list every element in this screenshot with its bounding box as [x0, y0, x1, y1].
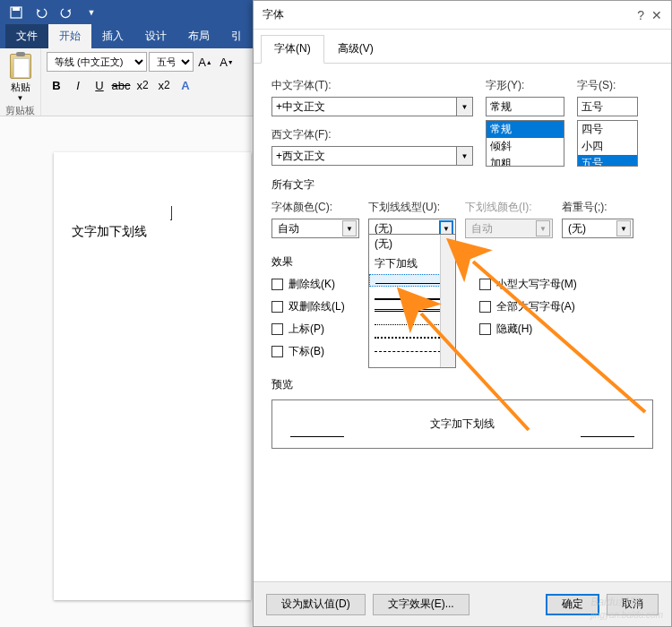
size-input[interactable]	[577, 97, 638, 116]
qat-more-icon[interactable]: ▼	[79, 2, 104, 23]
font-color-select[interactable]: 自动 ▼	[271, 219, 359, 238]
emphasis-select[interactable]: (无) ▼	[562, 219, 633, 238]
document-page[interactable]: 文字加下划线	[54, 152, 251, 600]
help-button[interactable]: ?	[637, 8, 644, 22]
cn-font-combo[interactable]: ▼	[271, 97, 473, 116]
font-color-value: 自动	[278, 221, 299, 236]
cn-font-dropdown-button[interactable]: ▼	[457, 97, 473, 116]
underline-option-dotted[interactable]	[375, 314, 450, 325]
tab-insert[interactable]: 插入	[91, 24, 134, 48]
document-text: 文字加下划线	[72, 224, 233, 240]
checkbox-superscript[interactable]: 上标(P)	[271, 322, 345, 337]
size-label: 字号(S):	[577, 78, 638, 93]
save-icon[interactable]	[4, 2, 29, 23]
bold-button[interactable]: B	[47, 75, 66, 95]
chevron-down-icon: ▼	[616, 220, 631, 236]
emphasis-label: 着重号(;):	[562, 200, 633, 215]
set-default-button[interactable]: 设为默认值(D)	[266, 594, 366, 615]
style-option-italic[interactable]: 倾斜	[487, 138, 564, 155]
en-font-combo[interactable]: ▼	[271, 146, 473, 166]
dialog-tab-font[interactable]: 字体(N)	[261, 35, 324, 64]
preview-box: 文字加下划线	[271, 399, 653, 449]
dialog-titlebar: 字体 ? ✕	[254, 1, 671, 30]
size-option-2[interactable]: 五号	[578, 155, 637, 167]
document-area: 文字加下划线	[0, 116, 251, 627]
all-text-label: 所有文字	[271, 177, 653, 193]
font-size-select[interactable]: 五号	[149, 52, 194, 72]
dialog-tabs: 字体(N) 高级(V)	[254, 30, 671, 64]
effects-label: 效果	[271, 254, 653, 270]
tab-file[interactable]: 文件	[5, 24, 48, 48]
underline-color-value: 自动	[471, 221, 493, 236]
en-font-dropdown-button[interactable]: ▼	[457, 146, 473, 166]
dialog-body: 中文字体(T): ▼ 西文字体(F): ▼ 字形(Y): 常规 倾斜 加粗	[254, 64, 671, 463]
checkbox-subscript[interactable]: 下标(B)	[271, 344, 345, 359]
superscript-button[interactable]: x2	[154, 75, 174, 95]
chevron-down-icon: ▼	[536, 220, 550, 236]
preview-text: 文字加下划线	[430, 417, 495, 432]
shrink-font-button[interactable]: A▼	[217, 52, 237, 72]
underline-option-dashed[interactable]	[375, 341, 450, 352]
cn-font-label: 中文字体(T):	[271, 78, 473, 93]
size-option-1[interactable]: 小四	[578, 138, 637, 155]
underline-dropdown[interactable]: (无) 字下加线	[368, 234, 456, 368]
text-effects-button[interactable]: 文字效果(E)...	[373, 594, 470, 615]
subscript-button[interactable]: x2	[133, 75, 152, 95]
strikethrough-button[interactable]: abc	[111, 75, 131, 95]
checkbox-smallcaps[interactable]: 小型大写字母(M)	[479, 277, 577, 292]
svg-rect-1	[13, 7, 20, 11]
checkbox-strikethrough[interactable]: 删除线(K)	[271, 277, 345, 292]
style-option-regular[interactable]: 常规	[487, 121, 564, 138]
close-button[interactable]: ✕	[651, 8, 662, 22]
ribbon-group-clipboard: 粘贴 ▼ 剪贴板	[0, 48, 41, 116]
paste-label: 粘贴	[11, 81, 30, 94]
dialog-title: 字体	[263, 7, 284, 22]
en-font-input[interactable]	[271, 146, 457, 166]
underline-style-label: 下划线线型(U):	[368, 200, 456, 215]
chevron-down-icon: ▼	[342, 220, 357, 236]
tab-design[interactable]: 设计	[134, 24, 177, 48]
font-dialog: 字体 ? ✕ 字体(N) 高级(V) 中文字体(T): ▼ 西文字体(F): ▼	[253, 0, 672, 627]
effects-column-left: 删除线(K) 双删除线(L) 上标(P) 下标(B)	[271, 277, 345, 366]
size-option-0[interactable]: 四号	[578, 121, 637, 138]
grow-font-button[interactable]: A▲	[195, 52, 215, 72]
underline-color-label: 下划线颜色(I):	[465, 200, 553, 215]
redo-icon[interactable]	[54, 2, 79, 23]
style-option-bold[interactable]: 加粗	[487, 155, 564, 167]
tab-home[interactable]: 开始	[48, 24, 91, 48]
effects-column-right: 小型大写字母(M) 全部大写字母(A) 隐藏(H)	[479, 277, 577, 366]
clipboard-icon	[10, 54, 31, 79]
style-label: 字形(Y):	[486, 78, 564, 93]
watermark: Baidu经验 jingyan.baidu.com	[590, 591, 663, 620]
checkbox-allcaps[interactable]: 全部大写字母(A)	[479, 299, 577, 314]
font-color-label: 字体颜色(C):	[271, 200, 359, 215]
font-name-select[interactable]: 等线 (中文正文)	[47, 52, 147, 72]
italic-button[interactable]: I	[68, 75, 88, 95]
dropdown-scrollbar[interactable]	[440, 235, 455, 367]
en-font-label: 西文字体(F):	[271, 127, 473, 142]
checkbox-double-strikethrough[interactable]: 双删除线(L)	[271, 299, 345, 314]
underline-option-dotted-thick[interactable]	[375, 328, 450, 339]
underline-option-thick[interactable]	[375, 289, 450, 300]
tab-references[interactable]: 引	[220, 24, 253, 48]
preview-label: 预览	[271, 377, 653, 392]
emphasis-value: (无)	[568, 221, 586, 236]
style-input[interactable]	[486, 97, 564, 116]
paste-button[interactable]: 粘贴 ▼	[5, 52, 35, 104]
underline-option-double[interactable]	[375, 303, 450, 312]
size-listbox[interactable]: 四号 小四 五号	[577, 120, 638, 167]
cn-font-input[interactable]	[271, 97, 457, 116]
underline-color-select: 自动 ▼	[465, 219, 553, 238]
undo-icon[interactable]	[29, 2, 54, 23]
tab-layout[interactable]: 布局	[177, 24, 220, 48]
style-listbox[interactable]: 常规 倾斜 加粗	[486, 120, 564, 167]
text-effects-button[interactable]: A	[176, 75, 195, 95]
underline-button[interactable]: U	[90, 75, 109, 95]
cursor-indicator	[170, 206, 172, 220]
checkbox-hidden[interactable]: 隐藏(H)	[479, 322, 577, 337]
dialog-tab-advanced[interactable]: 高级(V)	[324, 35, 387, 63]
